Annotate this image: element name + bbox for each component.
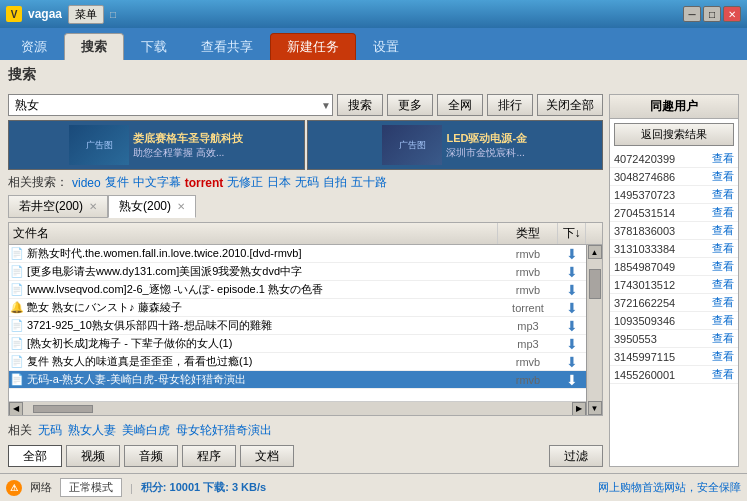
tag-link-3[interactable]: 母女轮奸猎奇演出 [176, 422, 272, 439]
vscroll-thumb[interactable] [589, 269, 601, 299]
maximize-button[interactable]: □ [703, 6, 721, 22]
vscroll-up-btn[interactable]: ▲ [588, 245, 602, 259]
search-input[interactable] [8, 94, 333, 116]
ad-item-1[interactable]: 广告图 娄底赛格车圣导航科技 助您全程掌握 高效... [8, 120, 305, 170]
file-name-5: [熟女初长成]龙梅子 - 下辈子做你的女人(1) [25, 335, 498, 352]
user-link-0[interactable]: 查看 [712, 151, 734, 166]
nav-tab-resources[interactable]: 资源 [4, 33, 64, 60]
file-type-1: rmvb [498, 266, 558, 278]
search-input-wrap: ▼ [8, 94, 333, 116]
related-link-japan[interactable]: 日本 [267, 174, 291, 191]
table-row[interactable]: 🔔 艶女 熟女にバンスト♪ 藤森綾子 torrent ⬇ [9, 299, 586, 317]
user-link-5[interactable]: 查看 [712, 241, 734, 256]
related-link-fujian[interactable]: 复件 [105, 174, 129, 191]
rank-button[interactable]: 排行 [487, 94, 533, 116]
filter-doc-btn[interactable]: 文档 [240, 445, 294, 467]
file-dl-1[interactable]: ⬇ [558, 264, 586, 280]
nav-tab-settings[interactable]: 设置 [356, 33, 416, 60]
filter-video-btn[interactable]: 视频 [66, 445, 120, 467]
hscroll-right-btn[interactable]: ▶ [572, 402, 586, 416]
table-row[interactable]: 📄 3721-925_10熟女俱乐部四十路-想品味不同的雞雜 mp3 ⬇ [9, 317, 586, 335]
table-row[interactable]: 📄 无码-a-熟女人妻-美崎白虎-母女轮奸猎奇演出 rmvb ⬇ [9, 371, 586, 389]
filter-program-btn[interactable]: 程序 [182, 445, 236, 467]
file-icon-3: 🔔 [9, 301, 25, 314]
user-link-9[interactable]: 查看 [712, 313, 734, 328]
right-panel: 同趣用户 返回搜索结果 4072420399 查看 3048274686 查看 … [609, 94, 739, 467]
more-button[interactable]: 更多 [387, 94, 433, 116]
user-num-6: 1854987049 [614, 261, 675, 273]
tag-link-2[interactable]: 美崎白虎 [122, 422, 170, 439]
file-dl-4[interactable]: ⬇ [558, 318, 586, 334]
back-search-btn[interactable]: 返回搜索结果 [614, 123, 734, 146]
list-item: 3950553 查看 [610, 330, 738, 348]
download-icon-4: ⬇ [566, 318, 578, 334]
table-row[interactable]: 📄 复件 熟女人的味道真是歪歪歪，看看也过瘾(1) rmvb ⬇ [9, 353, 586, 371]
search-tab-0-close[interactable]: ✕ [89, 201, 97, 212]
close-button[interactable]: ✕ [723, 6, 741, 22]
tag-link-1[interactable]: 熟女人妻 [68, 422, 116, 439]
hscroll-left-btn[interactable]: ◀ [9, 402, 23, 416]
related-link-selfie[interactable]: 自拍 [323, 174, 347, 191]
related-link-video[interactable]: video [72, 176, 101, 190]
vertical-scrollbar[interactable]: ▲ ▼ [586, 245, 602, 415]
allnet-button[interactable]: 全网 [437, 94, 483, 116]
user-link-12[interactable]: 查看 [712, 367, 734, 382]
search-tab-1[interactable]: 熟女(200) ✕ [108, 195, 196, 218]
window-controls: ─ □ ✕ [683, 6, 741, 22]
user-num-2: 1495370723 [614, 189, 675, 201]
ad-item-2[interactable]: 广告图 LED驱动电源-金 深圳市金悦宸科... [307, 120, 604, 170]
user-link-3[interactable]: 查看 [712, 205, 734, 220]
related-link-torrent[interactable]: torrent [185, 176, 224, 190]
nav-tab-search[interactable]: 搜索 [64, 33, 124, 60]
file-dl-3[interactable]: ⬇ [558, 300, 586, 316]
file-dl-0[interactable]: ⬇ [558, 246, 586, 262]
file-type-6: rmvb [498, 356, 558, 368]
table-row[interactable]: 📄 [更多电影请去www.dy131.com]美国派9我爱熟女dvd中字 rmv… [9, 263, 586, 281]
tag-link-0[interactable]: 无码 [38, 422, 62, 439]
file-dl-6[interactable]: ⬇ [558, 354, 586, 370]
horizontal-scrollbar[interactable]: ◀ ▶ [9, 401, 586, 415]
warning-icon: ⚠ [6, 480, 22, 496]
user-link-4[interactable]: 查看 [712, 223, 734, 238]
user-link-11[interactable]: 查看 [712, 349, 734, 364]
search-tab-1-close[interactable]: ✕ [177, 201, 185, 212]
search-tab-0[interactable]: 若井空(200) ✕ [8, 195, 108, 218]
list-item: 3048274686 查看 [610, 168, 738, 186]
filter-filter-btn[interactable]: 过滤 [549, 445, 603, 467]
filter-all-btn[interactable]: 全部 [8, 445, 62, 467]
user-link-7[interactable]: 查看 [712, 277, 734, 292]
related-link-50s[interactable]: 五十路 [351, 174, 387, 191]
content-area: ▼ 搜索 更多 全网 排行 关闭全部 广告图 娄底赛格车圣导航科技 助您全程掌握… [8, 94, 739, 467]
nav-tab-download[interactable]: 下载 [124, 33, 184, 60]
user-link-2[interactable]: 查看 [712, 187, 734, 202]
nav-tab-new-task[interactable]: 新建任务 [270, 33, 356, 60]
status-ad-text[interactable]: 网上购物首选网站，安全保障 [598, 480, 741, 495]
user-link-8[interactable]: 查看 [712, 295, 734, 310]
file-dl-2[interactable]: ⬇ [558, 282, 586, 298]
table-row[interactable]: 📄 [熟女初长成]龙梅子 - 下辈子做你的女人(1) mp3 ⬇ [9, 335, 586, 353]
file-type-4: mp3 [498, 320, 558, 332]
user-link-1[interactable]: 查看 [712, 169, 734, 184]
related-link-nocode[interactable]: 无码 [295, 174, 319, 191]
filter-audio-btn[interactable]: 音频 [124, 445, 178, 467]
list-item: 4072420399 查看 [610, 150, 738, 168]
dropdown-icon[interactable]: ▼ [321, 100, 331, 111]
table-row[interactable]: 📄 新熟女时代.the.women.fall.in.love.twice.201… [9, 245, 586, 263]
search-button[interactable]: 搜索 [337, 94, 383, 116]
menu-button[interactable]: 菜单 [68, 5, 104, 24]
nav-tab-share[interactable]: 查看共享 [184, 33, 270, 60]
file-type-7: rmvb [498, 374, 558, 386]
file-list-body: 📄 新熟女时代.the.women.fall.in.love.twice.201… [9, 245, 586, 401]
table-row[interactable]: 📄 [www.lvseqvod.com]2-6_逐惚 -いんぽ- episode… [9, 281, 586, 299]
user-link-6[interactable]: 查看 [712, 259, 734, 274]
file-dl-5[interactable]: ⬇ [558, 336, 586, 352]
left-panel: ▼ 搜索 更多 全网 排行 关闭全部 广告图 娄底赛格车圣导航科技 助您全程掌握… [8, 94, 603, 467]
related-link-uncensored[interactable]: 无修正 [227, 174, 263, 191]
file-dl-7[interactable]: ⬇ [558, 372, 586, 388]
minimize-button[interactable]: ─ [683, 6, 701, 22]
related-link-subtitle[interactable]: 中文字幕 [133, 174, 181, 191]
hscroll-thumb[interactable] [33, 405, 93, 413]
vscroll-down-btn[interactable]: ▼ [588, 401, 602, 415]
user-link-10[interactable]: 查看 [712, 331, 734, 346]
close-all-button[interactable]: 关闭全部 [537, 94, 603, 116]
